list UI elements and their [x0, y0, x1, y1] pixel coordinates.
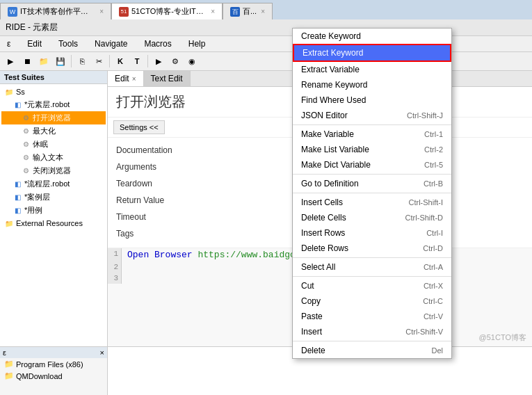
editor-tab-text-edit[interactable]: Text Edit	[144, 71, 191, 86]
menu-edit[interactable]: Edit	[23, 38, 46, 50]
sidebar-item-ss[interactable]: 📁 Ss	[1, 86, 106, 98]
ctx-shortcut-insert: Ctrl-Shift-V	[405, 328, 443, 336]
line-num-1: 1	[108, 248, 122, 261]
ctx-insert-rows[interactable]: Insert Rows Ctrl-I	[293, 225, 451, 241]
ctx-make-dict-variable[interactable]: Make Dict Variable Ctrl-5	[293, 157, 451, 172]
sidebar-tree: 📁 Ss ◧ *元素层.robot ⚙ 打开浏览器	[0, 84, 107, 346]
ctx-shortcut-delete: Del	[431, 346, 443, 355]
bottom-header-close[interactable]: ×	[100, 348, 104, 357]
ctx-shortcut-select-all: Ctrl-A	[424, 263, 443, 271]
menu-navigate[interactable]: Navigate	[90, 38, 131, 50]
menu-tools[interactable]: Tools	[54, 38, 82, 50]
tab-close-1[interactable]: ×	[99, 8, 104, 15]
ctx-label-json-editor: JSON Editor	[301, 111, 348, 120]
sidebar-item-input[interactable]: ⚙ 输入文本	[1, 151, 106, 164]
ctx-make-variable[interactable]: Make Variable Ctrl-1	[293, 127, 451, 142]
toolbar-cut[interactable]: ✂	[91, 54, 106, 69]
sidebar-item-open-browser[interactable]: ⚙ 打开浏览器	[1, 111, 106, 124]
ctx-label-delete: Delete	[301, 346, 325, 355]
sidebar-item-yongli[interactable]: ◧ *用例	[1, 204, 106, 217]
toolbar-sep-1	[71, 55, 72, 67]
tab-icon-2: 51	[119, 7, 129, 17]
main-window: RIDE - 元素层 ε Edit Tools Navigate Macros …	[0, 19, 532, 395]
ctx-delete-cells[interactable]: Delete Cells Ctrl-Shift-D	[293, 210, 451, 225]
sidebar-label-close-browser: 关闭浏览器	[33, 166, 71, 176]
ctx-go-to-definition[interactable]: Go to Definition Ctrl-B	[293, 176, 451, 191]
ctx-extract-keyword[interactable]: Extract Keyword	[293, 44, 451, 62]
line-content-1[interactable]: Open Browser https://www.baidgc	[122, 248, 301, 261]
ctx-extract-variable[interactable]: Extract Variable	[293, 62, 451, 77]
ctx-insert[interactable]: Insert Ctrl-Shift-V	[293, 324, 451, 339]
sidebar-label-input: 输入文本	[33, 152, 63, 163]
teardown-label: Teardown	[113, 177, 176, 191]
tab-close-3[interactable]: ×	[261, 8, 265, 15]
sidebar-item-anli[interactable]: ◧ *案例层	[1, 191, 106, 204]
sidebar-item-liucheng[interactable]: ◧ *流程层.robot	[1, 177, 106, 191]
ctx-shortcut-copy: Ctrl-C	[423, 297, 443, 305]
toolbar-run[interactable]: ▶	[3, 54, 18, 69]
bottom-item-program-files[interactable]: 📁 Program Files (x86)	[0, 358, 107, 370]
browser-tab-2[interactable]: 51 51CTO博客-专业IT技术博客... ×	[111, 3, 223, 19]
ctx-sep-6	[293, 341, 451, 341]
ctx-sep-1	[293, 124, 451, 125]
watermark: @51CTO博客	[479, 332, 526, 343]
tab-close-2[interactable]: ×	[211, 8, 215, 15]
gear-icon-sleep: ⚙	[21, 140, 31, 150]
toolbar-t[interactable]: T	[129, 54, 145, 69]
toolbar-k[interactable]: K	[113, 54, 128, 69]
ctx-insert-cells[interactable]: Insert Cells Ctrl-Shift-I	[293, 195, 451, 210]
folder-icon-bottom-2: 📁	[4, 371, 14, 380]
toolbar-play[interactable]: ▶	[151, 54, 166, 69]
ctx-delete[interactable]: Delete Del	[293, 343, 451, 358]
ctx-paste[interactable]: Paste Ctrl-V	[293, 309, 451, 324]
ctx-copy[interactable]: Copy Ctrl-C	[293, 293, 451, 309]
ctx-label-insert-rows: Insert Rows	[301, 228, 345, 238]
menu-epsilon[interactable]: ε	[3, 38, 15, 50]
sidebar-item-yuansu[interactable]: ◧ *元素层.robot	[1, 98, 106, 111]
toolbar-copy[interactable]: ⎘	[74, 54, 90, 69]
ctx-label-make-list-variable: Make List Variable	[301, 145, 369, 154]
line-num-3: 3	[108, 273, 122, 284]
browser-tab-3[interactable]: 百 百... ×	[223, 3, 273, 19]
editor-tab-text-edit-label: Text Edit	[151, 74, 183, 83]
menu-help[interactable]: Help	[184, 38, 210, 50]
ctx-label-rename-keyword: Rename Keyword	[301, 80, 367, 90]
tab-label-2: 51CTO博客-专业IT技术博客...	[131, 6, 207, 17]
settings-button[interactable]: Settings <<	[113, 120, 165, 134]
documentation-label: Documentation	[113, 143, 176, 157]
sidebar-item-sleep[interactable]: ⚙ 休眠	[1, 138, 106, 151]
toolbar-record[interactable]: ◉	[184, 54, 200, 69]
bottom-item-qmdownload[interactable]: 📁 QMDownload	[0, 370, 107, 382]
ctx-select-all[interactable]: Select All Ctrl-A	[293, 259, 451, 275]
content-area: Test Suites 📁 Ss ◧ *元素层.robot ⚙	[0, 71, 532, 346]
bottom-left-header: ε ×	[0, 347, 107, 358]
ctx-json-editor[interactable]: JSON Editor Ctrl-Shift-J	[293, 108, 451, 123]
tags-label: Tags	[113, 227, 176, 241]
editor-tab-edit[interactable]: Edit ×	[108, 71, 144, 86]
ctx-shortcut-go-to-definition: Ctrl-B	[424, 179, 443, 188]
bottom-label-1: Program Files (x86)	[16, 360, 83, 369]
ctx-make-list-variable[interactable]: Make List Variable Ctrl-2	[293, 142, 451, 157]
ctx-rename-keyword[interactable]: Rename Keyword	[293, 77, 451, 92]
toolbar-save[interactable]: 💾	[53, 54, 68, 69]
browser-tab-1[interactable]: W IT技术博客创作平台-w... ×	[0, 3, 111, 19]
sidebar-item-maximize[interactable]: ⚙ 最大化	[1, 124, 106, 138]
toolbar-stop[interactable]: ⏹	[19, 54, 35, 69]
ctx-find-where-used[interactable]: Find Where Used	[293, 92, 451, 108]
editor-tab-edit-label: Edit	[115, 74, 129, 83]
sidebar-item-close-browser[interactable]: ⚙ 关闭浏览器	[1, 164, 106, 177]
editor-tab-edit-close[interactable]: ×	[132, 75, 136, 83]
menu-macros[interactable]: Macros	[140, 38, 175, 50]
gear-icon-maximize: ⚙	[21, 127, 31, 136]
toolbar-settings[interactable]: ⚙	[168, 54, 183, 69]
ctx-label-find-where-used: Find Where Used	[301, 95, 366, 105]
tab-icon-1: W	[8, 7, 17, 17]
toolbar-open[interactable]: 📁	[36, 54, 51, 69]
ctx-delete-rows[interactable]: Delete Rows Ctrl-D	[293, 241, 451, 256]
ctx-cut[interactable]: Cut Ctrl-X	[293, 278, 451, 293]
line-content-3[interactable]	[122, 273, 133, 284]
line-content-2[interactable]	[122, 261, 133, 273]
ctx-label-paste: Paste	[301, 312, 323, 321]
ctx-create-keyword[interactable]: Create Keyword	[293, 29, 451, 44]
sidebar-item-external[interactable]: 📁 External Resources	[1, 217, 106, 229]
